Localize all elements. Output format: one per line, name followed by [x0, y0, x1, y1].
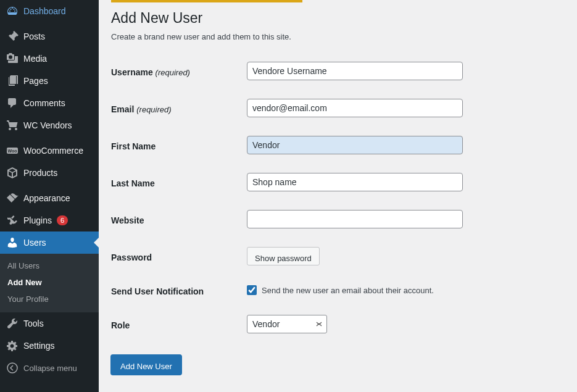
collapse-label: Collapse menu — [23, 364, 77, 373]
page-title: Add New User — [111, 10, 565, 27]
sidebar-item-label: Posts — [23, 31, 45, 42]
cart-icon — [6, 119, 19, 131]
show-password-button[interactable]: Show password — [247, 247, 320, 265]
role-select[interactable]: Vendor — [247, 315, 327, 333]
notification-label: Send User Notification — [111, 284, 247, 296]
pin-icon — [6, 30, 19, 43]
notification-text: Send the new user an email about their a… — [262, 286, 434, 295]
lastname-input[interactable] — [247, 173, 463, 191]
pages-icon — [6, 75, 19, 87]
svg-point-2 — [7, 363, 17, 373]
main-content: Add New User Create a brand new user and… — [99, 0, 577, 392]
woocommerce-icon: Woo — [6, 144, 19, 157]
tools-icon — [6, 317, 19, 330]
sidebar-item-label: Tools — [23, 318, 44, 329]
sidebar-item-products[interactable]: Products — [0, 162, 99, 184]
dashboard-icon — [6, 5, 19, 17]
users-submenu: All Users Add New Your Profile — [0, 254, 99, 312]
sidebar-item-label: WooCommerce — [23, 145, 83, 156]
sidebar-item-wcvendors[interactable]: WC Vendors — [0, 114, 99, 136]
add-user-button[interactable]: Add New User — [111, 355, 181, 375]
settings-icon — [6, 340, 19, 352]
page-subtitle: Create a brand new user and add them to … — [111, 32, 565, 41]
users-icon — [6, 236, 19, 249]
sidebar-item-label: Appearance — [23, 193, 70, 204]
notice-bar — [111, 0, 302, 2]
lastname-label: Last Name — [111, 176, 247, 188]
admin-sidebar: Dashboard Posts Media Pages Comments WC … — [0, 0, 99, 392]
sidebar-item-users[interactable]: Users — [0, 231, 99, 254]
firstname-input[interactable] — [247, 136, 463, 154]
sidebar-item-tools[interactable]: Tools — [0, 312, 99, 335]
sidebar-item-appearance[interactable]: Appearance — [0, 187, 99, 209]
sidebar-item-label: Plugins — [23, 215, 52, 226]
notification-checkbox[interactable] — [247, 285, 257, 295]
collapse-icon — [6, 362, 19, 374]
sidebar-item-posts[interactable]: Posts — [0, 25, 99, 48]
firstname-label: First Name — [111, 139, 247, 151]
svg-text:Woo: Woo — [7, 149, 17, 153]
sidebar-item-dashboard[interactable]: Dashboard — [0, 0, 99, 22]
password-label: Password — [111, 250, 247, 262]
collapse-menu[interactable]: Collapse menu — [0, 357, 99, 379]
sidebar-item-comments[interactable]: Comments — [0, 92, 99, 114]
appearance-icon — [6, 192, 19, 204]
sidebar-item-label: Pages — [23, 75, 48, 86]
sidebar-item-pages[interactable]: Pages — [0, 70, 99, 92]
sidebar-item-label: Products — [23, 167, 57, 178]
role-label: Role — [111, 318, 247, 330]
submenu-all-users[interactable]: All Users — [0, 257, 99, 274]
sidebar-item-label: Media — [23, 53, 47, 64]
email-label: Email (required) — [111, 102, 247, 114]
sidebar-item-label: Settings — [23, 340, 55, 351]
plugins-update-badge: 6 — [57, 215, 68, 225]
website-label: Website — [111, 213, 247, 225]
sidebar-item-woocommerce[interactable]: Woo WooCommerce — [0, 140, 99, 162]
sidebar-item-media[interactable]: Media — [0, 48, 99, 70]
sidebar-item-label: Comments — [23, 98, 65, 109]
user-form: Username (required) Email (required) Fir… — [111, 52, 565, 343]
sidebar-item-settings[interactable]: Settings — [0, 335, 99, 357]
submenu-your-profile[interactable]: Your Profile — [0, 291, 99, 307]
comments-icon — [6, 97, 19, 109]
sidebar-item-label: Dashboard — [23, 6, 66, 17]
submenu-add-new[interactable]: Add New — [0, 274, 99, 291]
username-label: Username (required) — [111, 65, 247, 77]
media-icon — [6, 52, 19, 65]
sidebar-item-label: WC Vendors — [23, 120, 72, 131]
website-input[interactable] — [247, 210, 463, 228]
plugins-icon — [6, 214, 19, 227]
email-input[interactable] — [247, 99, 463, 117]
sidebar-item-plugins[interactable]: Plugins 6 — [0, 209, 99, 231]
username-input[interactable] — [247, 62, 463, 80]
products-icon — [6, 167, 19, 179]
sidebar-item-label: Users — [23, 237, 46, 248]
